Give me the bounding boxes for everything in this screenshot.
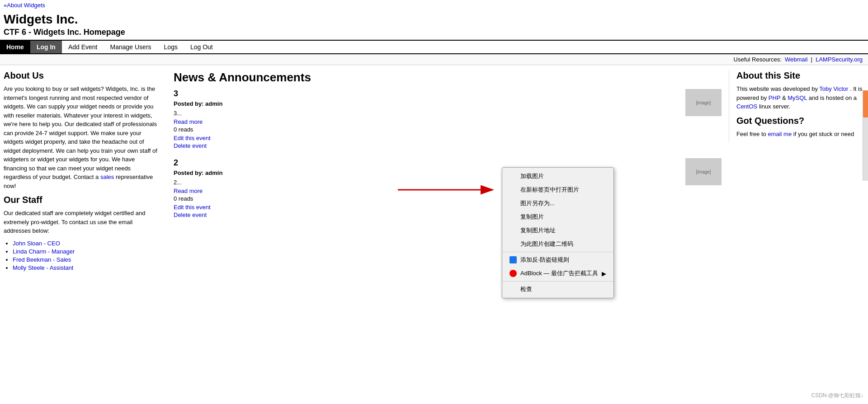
nav-item-home[interactable]: Home: [0, 41, 30, 53]
context-menu-item[interactable]: AdBlock — 最佳广告拦截工具▶: [502, 267, 613, 278]
staff-member-link[interactable]: John Sloan - CEO: [13, 240, 60, 247]
toby-victor-link[interactable]: Toby Victor: [819, 85, 848, 92]
context-menu-item[interactable]: 添加反-防盗链规则: [502, 253, 613, 267]
news-reads: 0 reads: [174, 195, 722, 202]
context-menu-item-label: 复制图片地址: [520, 226, 556, 235]
context-menu-item-label: 添加反-防盗链规则: [520, 256, 569, 264]
staff-member-link[interactable]: Fred Beekman - Sales: [13, 256, 71, 263]
scrollbar[interactable]: [863, 90, 868, 181]
red-circle-icon: [509, 270, 517, 277]
breadcrumb-link[interactable]: «About Widgets: [4, 2, 45, 9]
site-subtitle: CTF 6 - Widgets Inc. Homepage: [0, 28, 868, 40]
context-menu-item-label: 复制图片: [520, 213, 544, 221]
empty-icon: [509, 186, 517, 193]
about-site-text: This website was developed by Toby Victo…: [736, 85, 864, 111]
context-menu-item[interactable]: 复制图片: [502, 210, 613, 224]
mysql-link[interactable]: MySQL: [788, 94, 807, 101]
our-staff-title: Our Staff: [4, 195, 157, 205]
sales-link[interactable]: sales: [100, 174, 114, 180]
staff-list: John Sloan - CEOLinda Charm - ManagerFre…: [13, 240, 157, 271]
got-questions-title: Got Questions?: [736, 116, 864, 126]
right-sidebar: About this Site This website was develop…: [729, 70, 864, 143]
main-layout: About Us Are you looking to buy or sell …: [0, 65, 868, 278]
context-menu-item-label: AdBlock — 最佳广告拦截工具: [520, 269, 598, 277]
breadcrumb: «About Widgets: [0, 0, 868, 10]
news-item: [image]3Posted by: admin3...Read more0 r…: [174, 89, 722, 149]
context-menu-item[interactable]: 在新标签页中打开图片: [502, 183, 613, 197]
read-more-link[interactable]: Read more: [174, 118, 722, 125]
context-menu: 加载图片在新标签页中打开图片图片另存为...复制图片复制图片地址为此图片创建二维…: [502, 167, 614, 278]
empty-icon: [509, 200, 517, 207]
edit-event-link[interactable]: Edit this event: [174, 204, 722, 211]
delete-event-link[interactable]: Delete event: [174, 211, 722, 218]
news-posted-by: Posted by: admin: [174, 169, 722, 176]
nav-item-add-event[interactable]: Add Event: [62, 41, 104, 53]
lampsecurity-link[interactable]: LAMPSecurity.org: [816, 56, 863, 63]
navbar: HomeLog InAdd EventManage UsersLogsLog O…: [0, 40, 868, 54]
context-menu-item[interactable]: 复制图片地址: [502, 224, 613, 237]
context-menu-item[interactable]: 加载图片: [502, 169, 613, 183]
center-content: News & Announcements [image]3Posted by: …: [166, 70, 729, 227]
empty-icon: [509, 173, 517, 180]
staff-text: Our dedicated staff are completely widge…: [4, 209, 157, 235]
staff-member-link[interactable]: Molly Steele - Assistant: [13, 264, 73, 271]
context-menu-item-label: 加载图片: [520, 172, 544, 180]
empty-icon: [509, 227, 517, 234]
news-posted-by: Posted by: admin: [174, 100, 722, 107]
news-number: 2: [174, 158, 722, 168]
context-menu-item[interactable]: 图片另存为...: [502, 197, 613, 210]
blue-square-icon: [509, 256, 517, 263]
nav-item-log-in[interactable]: Log In: [30, 41, 62, 53]
news-excerpt: 2...: [174, 179, 722, 186]
context-menu-item-label: 为此图片创建二维码: [520, 240, 573, 248]
about-site-title: About this Site: [736, 70, 864, 81]
submenu-arrow-icon: ▶: [602, 270, 606, 277]
php-link[interactable]: PHP: [769, 94, 781, 101]
staff-member-link[interactable]: Linda Charm - Manager: [13, 248, 75, 255]
got-questions-text: Feel free to email me if you get stuck o…: [736, 130, 864, 139]
news-image: [image]: [685, 158, 722, 185]
about-us-title: About Us: [4, 70, 157, 81]
news-reads: 0 reads: [174, 126, 722, 133]
nav-item-log-out[interactable]: Log Out: [184, 41, 219, 53]
context-menu-item-label: 在新标签页中打开图片: [520, 186, 579, 194]
context-menu-item-label: 图片另存为...: [520, 199, 555, 207]
edit-event-link[interactable]: Edit this event: [174, 135, 722, 141]
delete-event-link[interactable]: Delete event: [174, 142, 722, 149]
site-title: Widgets Inc.: [0, 10, 868, 28]
scrollbar-thumb[interactable]: [863, 90, 868, 117]
email-me-link[interactable]: email me: [768, 131, 792, 137]
news-list: [image]3Posted by: admin3...Read more0 r…: [174, 89, 722, 218]
news-number: 3: [174, 89, 722, 99]
empty-icon: [509, 240, 517, 248]
nav-item-manage-users[interactable]: Manage Users: [104, 41, 158, 53]
news-item: [image]2Posted by: admin2...Read more0 r…: [174, 158, 722, 218]
resources-label: Useful Resources:: [734, 56, 782, 63]
centos-link[interactable]: CentOS: [736, 103, 757, 110]
news-image: [image]: [685, 89, 722, 116]
nav-item-logs[interactable]: Logs: [158, 41, 184, 53]
context-menu-separator: [502, 252, 613, 252]
context-menu-item[interactable]: 为此图片创建二维码: [502, 237, 613, 251]
read-more-link[interactable]: Read more: [174, 188, 722, 194]
resources-bar: Useful Resources: Webmail | LAMPSecurity…: [0, 54, 868, 65]
empty-icon: [509, 213, 517, 221]
webmail-link[interactable]: Webmail: [785, 56, 807, 63]
news-excerpt: 3...: [174, 110, 722, 117]
left-sidebar: About Us Are you looking to buy or sell …: [4, 70, 166, 272]
news-title: News & Announcements: [174, 70, 722, 85]
about-us-text: Are you looking to buy or sell widgets? …: [4, 85, 157, 190]
